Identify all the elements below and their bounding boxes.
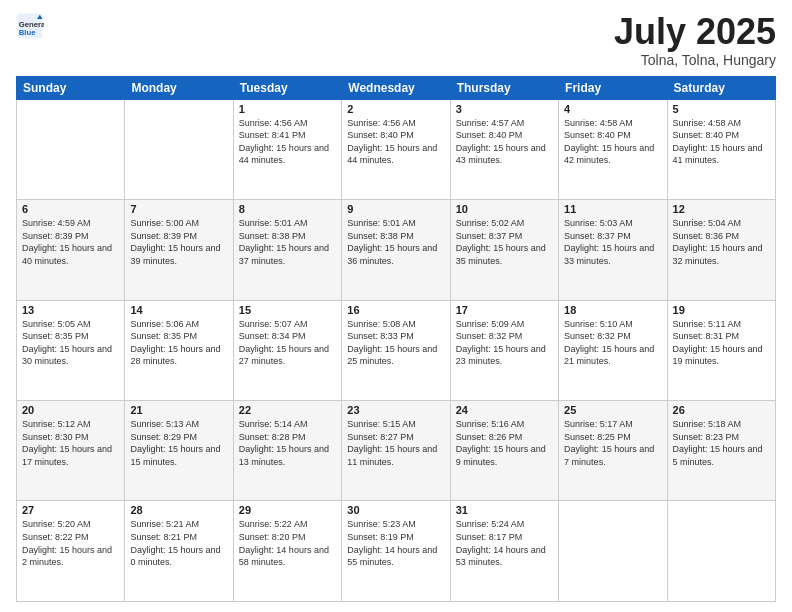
day-number: 1 [239,103,336,115]
calendar-week-row: 1Sunrise: 4:56 AMSunset: 8:41 PMDaylight… [17,99,776,199]
day-number: 15 [239,304,336,316]
calendar-day-cell: 24Sunrise: 5:16 AMSunset: 8:26 PMDayligh… [450,401,558,501]
calendar-day-cell: 23Sunrise: 5:15 AMSunset: 8:27 PMDayligh… [342,401,450,501]
day-detail: Sunrise: 5:23 AMSunset: 8:19 PMDaylight:… [347,518,444,568]
day-number: 30 [347,504,444,516]
calendar-subtitle: Tolna, Tolna, Hungary [614,52,776,68]
day-detail: Sunrise: 4:58 AMSunset: 8:40 PMDaylight:… [564,117,661,167]
calendar-day-cell: 7Sunrise: 5:00 AMSunset: 8:39 PMDaylight… [125,200,233,300]
calendar-day-cell: 17Sunrise: 5:09 AMSunset: 8:32 PMDayligh… [450,300,558,400]
day-number: 10 [456,203,553,215]
calendar-day-cell: 28Sunrise: 5:21 AMSunset: 8:21 PMDayligh… [125,501,233,602]
day-detail: Sunrise: 5:07 AMSunset: 8:34 PMDaylight:… [239,318,336,368]
calendar-day-cell: 31Sunrise: 5:24 AMSunset: 8:17 PMDayligh… [450,501,558,602]
day-detail: Sunrise: 5:14 AMSunset: 8:28 PMDaylight:… [239,418,336,468]
calendar-day-cell: 14Sunrise: 5:06 AMSunset: 8:35 PMDayligh… [125,300,233,400]
day-detail: Sunrise: 4:58 AMSunset: 8:40 PMDaylight:… [673,117,770,167]
day-number: 18 [564,304,661,316]
calendar-day-cell: 26Sunrise: 5:18 AMSunset: 8:23 PMDayligh… [667,401,775,501]
day-detail: Sunrise: 5:08 AMSunset: 8:33 PMDaylight:… [347,318,444,368]
calendar-day-cell: 4Sunrise: 4:58 AMSunset: 8:40 PMDaylight… [559,99,667,199]
header-friday: Friday [559,76,667,99]
calendar-day-cell: 12Sunrise: 5:04 AMSunset: 8:36 PMDayligh… [667,200,775,300]
day-number: 3 [456,103,553,115]
calendar-title: July 2025 [614,12,776,52]
calendar-day-cell [17,99,125,199]
day-detail: Sunrise: 5:15 AMSunset: 8:27 PMDaylight:… [347,418,444,468]
header: General Blue July 2025 Tolna, Tolna, Hun… [16,12,776,68]
header-wednesday: Wednesday [342,76,450,99]
header-monday: Monday [125,76,233,99]
calendar-day-cell: 3Sunrise: 4:57 AMSunset: 8:40 PMDaylight… [450,99,558,199]
calendar-week-row: 6Sunrise: 4:59 AMSunset: 8:39 PMDaylight… [17,200,776,300]
calendar-day-cell: 30Sunrise: 5:23 AMSunset: 8:19 PMDayligh… [342,501,450,602]
day-number: 24 [456,404,553,416]
calendar-day-cell: 19Sunrise: 5:11 AMSunset: 8:31 PMDayligh… [667,300,775,400]
calendar-day-cell: 13Sunrise: 5:05 AMSunset: 8:35 PMDayligh… [17,300,125,400]
day-number: 14 [130,304,227,316]
day-number: 2 [347,103,444,115]
svg-text:Blue: Blue [19,28,36,37]
calendar-day-cell: 21Sunrise: 5:13 AMSunset: 8:29 PMDayligh… [125,401,233,501]
day-detail: Sunrise: 4:56 AMSunset: 8:41 PMDaylight:… [239,117,336,167]
header-sunday: Sunday [17,76,125,99]
day-number: 19 [673,304,770,316]
calendar-week-row: 13Sunrise: 5:05 AMSunset: 8:35 PMDayligh… [17,300,776,400]
day-detail: Sunrise: 5:20 AMSunset: 8:22 PMDaylight:… [22,518,119,568]
day-detail: Sunrise: 5:06 AMSunset: 8:35 PMDaylight:… [130,318,227,368]
day-number: 9 [347,203,444,215]
day-number: 7 [130,203,227,215]
logo: General Blue [16,12,48,40]
day-detail: Sunrise: 5:12 AMSunset: 8:30 PMDaylight:… [22,418,119,468]
calendar-table: Sunday Monday Tuesday Wednesday Thursday… [16,76,776,602]
day-detail: Sunrise: 5:13 AMSunset: 8:29 PMDaylight:… [130,418,227,468]
day-number: 17 [456,304,553,316]
day-number: 23 [347,404,444,416]
day-detail: Sunrise: 4:57 AMSunset: 8:40 PMDaylight:… [456,117,553,167]
day-detail: Sunrise: 5:21 AMSunset: 8:21 PMDaylight:… [130,518,227,568]
day-detail: Sunrise: 5:10 AMSunset: 8:32 PMDaylight:… [564,318,661,368]
day-number: 12 [673,203,770,215]
calendar-day-cell: 29Sunrise: 5:22 AMSunset: 8:20 PMDayligh… [233,501,341,602]
calendar-day-cell: 5Sunrise: 4:58 AMSunset: 8:40 PMDaylight… [667,99,775,199]
logo-icon: General Blue [16,12,44,40]
day-number: 8 [239,203,336,215]
day-detail: Sunrise: 5:04 AMSunset: 8:36 PMDaylight:… [673,217,770,267]
day-detail: Sunrise: 4:56 AMSunset: 8:40 PMDaylight:… [347,117,444,167]
calendar-day-cell: 22Sunrise: 5:14 AMSunset: 8:28 PMDayligh… [233,401,341,501]
day-number: 28 [130,504,227,516]
calendar-day-cell: 27Sunrise: 5:20 AMSunset: 8:22 PMDayligh… [17,501,125,602]
day-number: 5 [673,103,770,115]
calendar-day-cell: 11Sunrise: 5:03 AMSunset: 8:37 PMDayligh… [559,200,667,300]
header-tuesday: Tuesday [233,76,341,99]
calendar-week-row: 20Sunrise: 5:12 AMSunset: 8:30 PMDayligh… [17,401,776,501]
day-number: 25 [564,404,661,416]
calendar-day-cell: 18Sunrise: 5:10 AMSunset: 8:32 PMDayligh… [559,300,667,400]
day-number: 6 [22,203,119,215]
day-detail: Sunrise: 5:00 AMSunset: 8:39 PMDaylight:… [130,217,227,267]
day-detail: Sunrise: 5:05 AMSunset: 8:35 PMDaylight:… [22,318,119,368]
day-number: 26 [673,404,770,416]
title-block: July 2025 Tolna, Tolna, Hungary [614,12,776,68]
day-number: 16 [347,304,444,316]
day-detail: Sunrise: 5:16 AMSunset: 8:26 PMDaylight:… [456,418,553,468]
day-detail: Sunrise: 5:09 AMSunset: 8:32 PMDaylight:… [456,318,553,368]
weekday-header-row: Sunday Monday Tuesday Wednesday Thursday… [17,76,776,99]
day-detail: Sunrise: 4:59 AMSunset: 8:39 PMDaylight:… [22,217,119,267]
day-number: 22 [239,404,336,416]
calendar-week-row: 27Sunrise: 5:20 AMSunset: 8:22 PMDayligh… [17,501,776,602]
header-saturday: Saturday [667,76,775,99]
calendar-day-cell [667,501,775,602]
day-detail: Sunrise: 5:22 AMSunset: 8:20 PMDaylight:… [239,518,336,568]
day-number: 20 [22,404,119,416]
calendar-day-cell: 6Sunrise: 4:59 AMSunset: 8:39 PMDaylight… [17,200,125,300]
day-detail: Sunrise: 5:02 AMSunset: 8:37 PMDaylight:… [456,217,553,267]
calendar-day-cell [125,99,233,199]
calendar-day-cell: 8Sunrise: 5:01 AMSunset: 8:38 PMDaylight… [233,200,341,300]
calendar-day-cell: 10Sunrise: 5:02 AMSunset: 8:37 PMDayligh… [450,200,558,300]
day-number: 11 [564,203,661,215]
calendar-day-cell: 1Sunrise: 4:56 AMSunset: 8:41 PMDaylight… [233,99,341,199]
calendar-day-cell: 2Sunrise: 4:56 AMSunset: 8:40 PMDaylight… [342,99,450,199]
day-number: 13 [22,304,119,316]
calendar-day-cell: 15Sunrise: 5:07 AMSunset: 8:34 PMDayligh… [233,300,341,400]
